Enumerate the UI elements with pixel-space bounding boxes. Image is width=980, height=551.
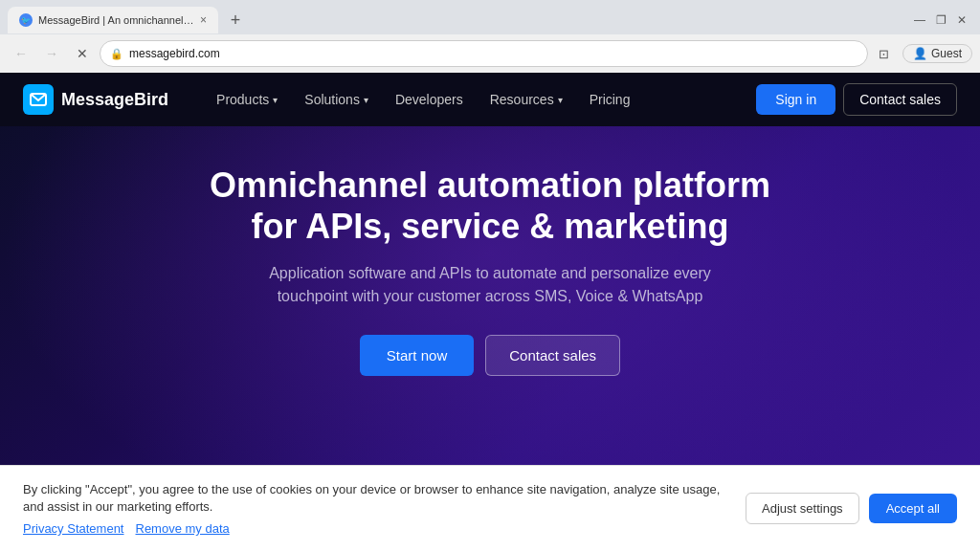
minimize-button[interactable]: —	[913, 13, 926, 27]
nav-links: Products ▾ Solutions ▾ Developers Resour…	[207, 88, 756, 111]
privacy-statement-link[interactable]: Privacy Statement	[23, 521, 124, 536]
chevron-down-icon: ▾	[558, 95, 563, 105]
maximize-button[interactable]: ❐	[934, 13, 947, 27]
cookie-text-section: By clicking "Accept", you agree to the u…	[23, 481, 726, 536]
site-logo[interactable]: MessageBird	[23, 84, 168, 115]
tab-bar: 🐦 MessageBird | An omnichannel c... × + …	[0, 0, 980, 34]
start-now-button[interactable]: Start now	[360, 335, 474, 376]
hero-title: Omnichannel automation platformfor APIs,…	[210, 165, 770, 247]
url-bar[interactable]: 🔒 messagebird.com	[100, 40, 868, 67]
browser-chrome: 🐦 MessageBird | An omnichannel c... × + …	[0, 0, 980, 73]
nav-actions: Sign in Contact sales	[756, 83, 957, 116]
extensions-icon[interactable]: ⊡	[872, 41, 897, 66]
hero-buttons: Start now Contact sales	[210, 335, 770, 376]
url-text: messagebird.com	[129, 47, 220, 60]
cookie-links: Privacy Statement Remove my data	[23, 521, 726, 536]
cookie-description: By clicking "Accept", you agree to the u…	[23, 481, 726, 516]
address-bar: ← → ✕ 🔒 messagebird.com ⊡ 👤 Guest	[0, 34, 980, 73]
cookie-actions: Adjust settings Accept all	[746, 493, 957, 524]
chevron-down-icon: ▾	[273, 95, 278, 105]
tab-favicon: 🐦	[19, 13, 33, 27]
guest-profile-button[interactable]: 👤 Guest	[902, 44, 972, 63]
nav-products[interactable]: Products ▾	[207, 88, 287, 111]
contact-sales-button[interactable]: Contact sales	[843, 83, 957, 116]
new-tab-button[interactable]: +	[222, 7, 249, 33]
site-navbar: MessageBird Products ▾ Solutions ▾ Devel…	[0, 73, 980, 126]
tab-title: MessageBird | An omnichannel c...	[38, 14, 194, 26]
back-button[interactable]: ←	[8, 40, 34, 67]
nav-pricing[interactable]: Pricing	[580, 88, 640, 111]
close-button[interactable]: ✕	[955, 13, 969, 27]
forward-button[interactable]: →	[38, 40, 65, 67]
logo-icon	[23, 84, 54, 115]
chevron-down-icon: ▾	[364, 95, 368, 105]
hero-subtitle: Application software and APIs to automat…	[210, 262, 770, 308]
person-icon: 👤	[913, 47, 927, 60]
window-controls: — ❐ ✕	[913, 13, 972, 27]
hero-content: Omnichannel automation platformfor APIs,…	[210, 165, 770, 376]
hero-section: Omnichannel automation platformfor APIs,…	[0, 126, 980, 551]
contact-sales-hero-button[interactable]: Contact sales	[485, 335, 620, 376]
lock-icon: 🔒	[110, 48, 123, 60]
refresh-button[interactable]: ✕	[69, 40, 96, 67]
accept-all-button[interactable]: Accept all	[869, 494, 957, 523]
browser-action-icons: ⊡ 👤 Guest	[872, 41, 972, 66]
active-tab[interactable]: 🐦 MessageBird | An omnichannel c... ×	[8, 7, 218, 33]
nav-resources[interactable]: Resources ▾	[480, 88, 572, 111]
tab-close-btn[interactable]: ×	[200, 13, 207, 27]
nav-developers[interactable]: Developers	[386, 88, 473, 111]
website-content: MessageBird Products ▾ Solutions ▾ Devel…	[0, 73, 980, 551]
logo-text: MessageBird	[61, 90, 168, 110]
nav-solutions[interactable]: Solutions ▾	[295, 88, 378, 111]
adjust-settings-button[interactable]: Adjust settings	[746, 493, 859, 524]
signin-button[interactable]: Sign in	[756, 84, 835, 115]
remove-my-data-link[interactable]: Remove my data	[136, 521, 230, 536]
cookie-banner: By clicking "Accept", you agree to the u…	[0, 465, 980, 551]
